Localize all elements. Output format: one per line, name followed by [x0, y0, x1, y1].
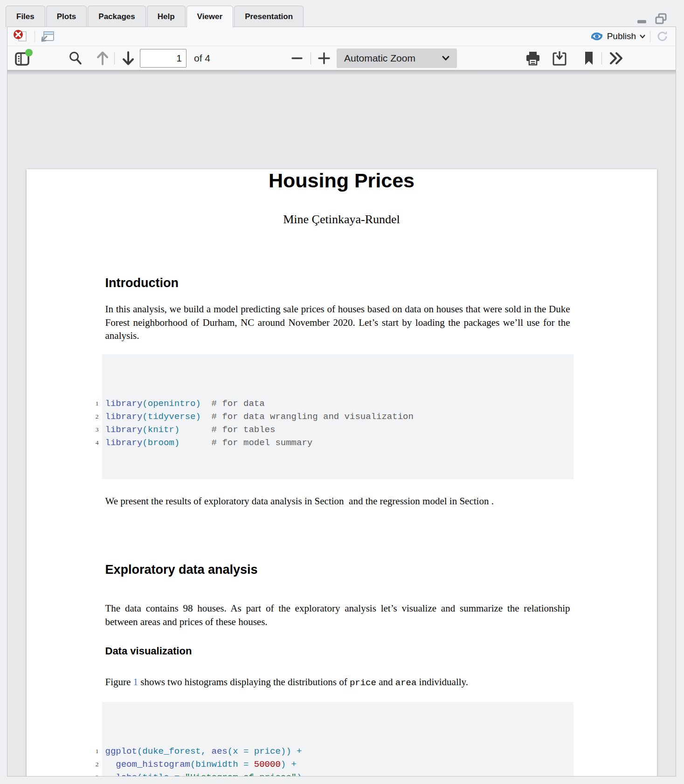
bookmark-icon — [583, 51, 595, 66]
zoom-select-value: Automatic Zoom — [344, 53, 442, 64]
rstudio-viewer-pane: Files Plots Packages Help Viewer Present… — [0, 0, 684, 784]
print-button[interactable] — [523, 49, 543, 68]
tab-strip: Files Plots Packages Help Viewer Present… — [6, 6, 304, 27]
minus-icon — [291, 52, 303, 64]
previous-page-button[interactable] — [93, 49, 112, 68]
tab-packages[interactable]: Packages — [88, 6, 145, 27]
toolbar-separator — [311, 52, 311, 64]
plus-icon — [318, 52, 331, 65]
print-icon — [525, 50, 541, 66]
pdf-scroll-area[interactable]: Housing Prices Mine Çetinkaya-Rundel Int… — [7, 70, 676, 776]
chevron-down-icon — [442, 56, 449, 61]
code-lines: 1ggplot(duke_forest, aes(x = price)) +2 … — [91, 745, 573, 777]
document-title: Housing Prices — [27, 169, 657, 192]
toolbar-separator — [650, 31, 650, 42]
tab-help[interactable]: Help — [147, 6, 186, 27]
zoom-out-button[interactable] — [287, 49, 307, 68]
arrow-down-icon — [121, 50, 136, 67]
tools-expand-button[interactable] — [606, 49, 626, 68]
toolbar-separator — [114, 52, 115, 64]
bookmark-button[interactable] — [579, 49, 599, 68]
pane-tab-bar: Files Plots Packages Help Viewer Present… — [0, 0, 684, 27]
clear-viewer-button[interactable] — [12, 28, 30, 44]
tab-viewer[interactable]: Viewer — [187, 6, 234, 28]
pdf-toolbar: of 4 Automatic Zoom — [7, 46, 676, 70]
find-button[interactable] — [66, 49, 85, 68]
section-heading-eda: Exploratory data analysis — [105, 563, 570, 577]
arrow-up-icon — [95, 50, 110, 67]
paragraph-introduction: In this analysis, we build a model predi… — [105, 303, 570, 343]
double-chevron-right-icon — [608, 51, 624, 65]
close-icon — [13, 29, 29, 43]
search-icon — [68, 50, 83, 66]
viewer-pane-body: Publish — [7, 27, 676, 777]
viewer-toolbar: Publish — [7, 27, 676, 46]
minimize-icon[interactable] — [636, 13, 649, 26]
document-author: Mine Çetinkaya-Rundel — [27, 213, 657, 227]
paragraph-eda: The data contains 98 houses. As part of … — [105, 602, 570, 628]
sidebar-toggle-icon — [13, 48, 33, 68]
tab-presentation[interactable]: Presentation — [234, 6, 304, 27]
refresh-icon — [656, 30, 669, 42]
paragraph-figure-reference: Figure 1 shows two histograms displaying… — [105, 675, 570, 690]
zoom-in-button[interactable] — [314, 49, 334, 68]
publish-button[interactable]: Publish — [590, 31, 645, 42]
open-in-new-window-icon — [41, 30, 55, 42]
publish-icon — [590, 31, 603, 42]
pdf-page-1: Housing Prices Mine Çetinkaya-Rundel Int… — [27, 169, 657, 776]
maximize-icon[interactable] — [654, 12, 668, 26]
code-block-libraries: 1library(openintro) # for data2library(t… — [91, 354, 573, 479]
subsection-heading-dataviz: Data visualization — [105, 645, 570, 657]
toolbar-separator — [601, 52, 602, 64]
page-number-input[interactable] — [140, 49, 187, 68]
tab-plots[interactable]: Plots — [46, 6, 87, 27]
pane-window-controls — [636, 12, 668, 26]
download-icon — [552, 50, 568, 66]
publish-label: Publish — [607, 31, 636, 41]
refresh-button[interactable] — [655, 29, 670, 43]
toolbar-separator — [35, 31, 35, 42]
code-block-histograms: 1ggplot(duke_forest, aes(x = price)) +2 … — [91, 702, 573, 777]
section-heading-introduction: Introduction — [105, 276, 570, 290]
zoom-select[interactable]: Automatic Zoom — [337, 48, 457, 68]
page-count-label: of 4 — [194, 46, 210, 70]
paragraph-sections: We present the results of exploratory da… — [105, 495, 570, 508]
next-page-button[interactable] — [118, 49, 138, 68]
publish-caret-icon — [640, 34, 645, 38]
sidebar-toggle-button[interactable] — [13, 49, 33, 68]
code-lines: 1library(openintro) # for data2library(t… — [91, 397, 573, 449]
download-button[interactable] — [550, 49, 570, 68]
tab-files[interactable]: Files — [6, 6, 45, 27]
popout-button[interactable] — [40, 29, 55, 43]
notification-dot — [25, 49, 33, 56]
